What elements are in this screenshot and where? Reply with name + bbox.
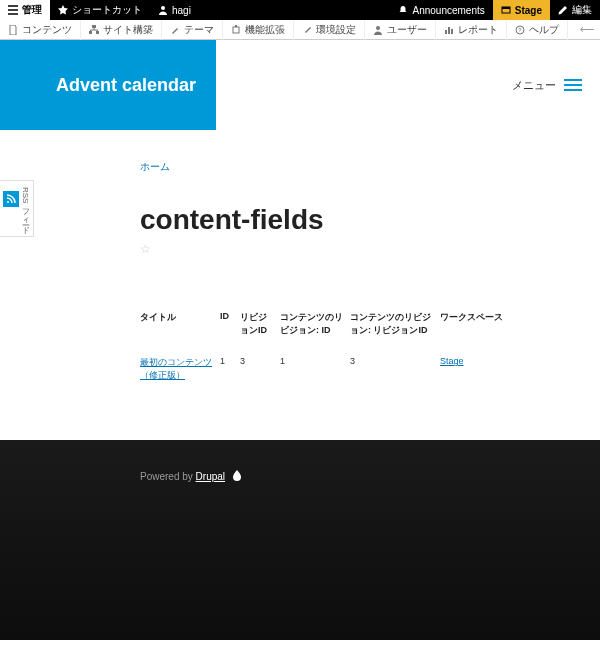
shortcut-star-icon[interactable]: ☆ [140,242,151,256]
menu-help[interactable]: ? ヘルプ [507,20,568,40]
table-row: 最初のコンテンツ（修正版） 1 3 1 3 Stage [140,342,540,397]
star-icon [58,5,68,15]
toolbar-stage[interactable]: Stage [493,0,550,20]
menu-config[interactable]: 環境設定 [294,20,365,40]
menu-people-label: ユーザー [387,23,427,37]
extend-icon [231,25,241,35]
svg-point-8 [376,26,380,30]
page-title: content-fields [140,204,540,236]
toolbar-announcements-label: Announcements [412,5,484,16]
svg-rect-5 [96,31,99,34]
people-icon [373,25,383,35]
menu-toggle-label: メニュー [512,78,556,93]
th-content-revision-revid: コンテンツのリビジョン: リビジョンID [350,307,440,342]
site-header: Advent calendar メニュー [0,40,600,130]
toolbar-user-label: hagi [172,5,191,16]
th-title: タイトル [140,307,220,342]
menu-help-label: ヘルプ [529,23,559,37]
toolbar-announcements[interactable]: Announcements [390,0,492,20]
row-title-link[interactable]: 最初のコンテンツ（修正版） [140,357,212,380]
menu-extend[interactable]: 機能拡張 [223,20,294,40]
menu-extend-label: 機能拡張 [245,23,285,37]
reports-icon [444,25,454,35]
svg-text:?: ? [518,27,522,33]
pencil-icon [558,5,568,15]
menu-reports-label: レポート [458,23,498,37]
breadcrumb-home[interactable]: ホーム [140,161,170,172]
toolbar-orientation-toggle[interactable]: ⟵ [574,24,600,35]
site-title[interactable]: Advent calendar [0,75,196,96]
content-table: タイトル ID リビジョンID コンテンツのリビジョン: ID コンテンツのリビ… [140,307,540,396]
svg-rect-9 [445,30,447,34]
row-workspace-link[interactable]: Stage [440,356,464,366]
svg-rect-10 [448,27,450,34]
row-content-revision-id: 1 [280,342,350,397]
footer-powered-by: Powered by [140,471,193,482]
toolbar-edit[interactable]: 編集 [550,0,600,20]
drupal-icon [232,470,242,484]
footer-drupal-link[interactable]: Drupal [196,471,225,482]
menu-structure[interactable]: サイト構築 [81,20,162,40]
toolbar-shortcuts[interactable]: ショートカット [50,0,150,20]
main-content: ホーム content-fields ☆ タイトル ID リビジョンID コンテ… [0,130,600,440]
help-icon: ? [515,25,525,35]
svg-rect-3 [92,25,96,28]
menu-people[interactable]: ユーザー [365,20,436,40]
rss-feed-label: RSSフィード [21,187,30,230]
config-icon [302,25,312,35]
admin-toolbar: 管理 ショートカット hagi Announcements Stage 編集 [0,0,600,20]
menu-reports[interactable]: レポート [436,20,507,40]
th-revision-id: リビジョンID [240,307,280,342]
svg-point-14 [7,201,9,203]
toolbar-manage-label: 管理 [22,3,42,17]
th-id: ID [220,307,240,342]
rss-feed-tab[interactable]: RSSフィード [0,180,34,237]
menu-structure-label: サイト構築 [103,23,153,37]
content-icon [8,25,18,35]
breadcrumb: ホーム [140,160,540,174]
toolbar-user[interactable]: hagi [150,0,199,20]
svg-rect-4 [89,31,92,34]
user-icon [158,5,168,15]
workspace-icon [501,5,511,15]
svg-rect-2 [502,7,510,9]
svg-rect-7 [235,25,237,27]
svg-rect-11 [451,29,453,34]
bell-icon [398,5,408,15]
svg-point-0 [161,6,165,10]
toolbar-edit-label: 編集 [572,3,592,17]
rss-icon [3,191,19,207]
toolbar-manage[interactable]: 管理 [0,0,50,20]
menu-content-label: コンテンツ [22,23,72,37]
th-content-revision-id: コンテンツのリビジョン: ID [280,307,350,342]
table-header-row: タイトル ID リビジョンID コンテンツのリビジョン: ID コンテンツのリビ… [140,307,540,342]
row-revision-id: 3 [240,342,280,397]
menu-appearance-label: テーマ [184,23,214,37]
structure-icon [89,25,99,35]
th-workspace: ワークスペース [440,307,540,342]
hamburger-icon [8,5,18,15]
menu-appearance[interactable]: テーマ [162,20,223,40]
row-id: 1 [220,342,240,397]
menu-config-label: 環境設定 [316,23,356,37]
menu-toggle[interactable] [564,79,582,91]
toolbar-shortcuts-label: ショートカット [72,3,142,17]
svg-rect-6 [233,27,239,33]
admin-menu: コンテンツ サイト構築 テーマ 機能拡張 環境設定 ユーザー レポート ? ヘル… [0,20,600,40]
appearance-icon [170,25,180,35]
row-content-revision-revid: 3 [350,342,440,397]
site-footer: Powered by Drupal [0,440,600,640]
toolbar-stage-label: Stage [515,5,542,16]
menu-content[interactable]: コンテンツ [0,20,81,40]
